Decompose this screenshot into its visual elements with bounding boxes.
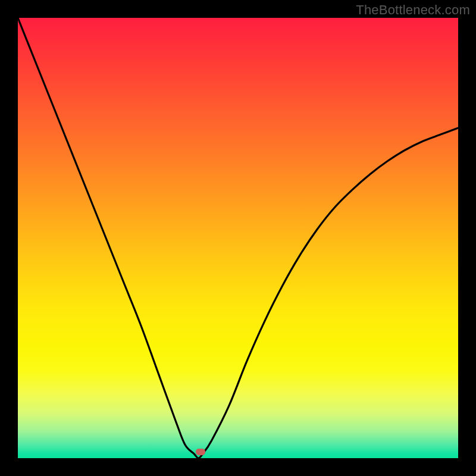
bottleneck-curve	[18, 18, 458, 458]
plot-area	[18, 18, 458, 458]
watermark-text: TheBottleneck.com	[356, 2, 470, 18]
optimum-marker	[196, 449, 205, 455]
chart-frame: TheBottleneck.com	[0, 0, 476, 476]
